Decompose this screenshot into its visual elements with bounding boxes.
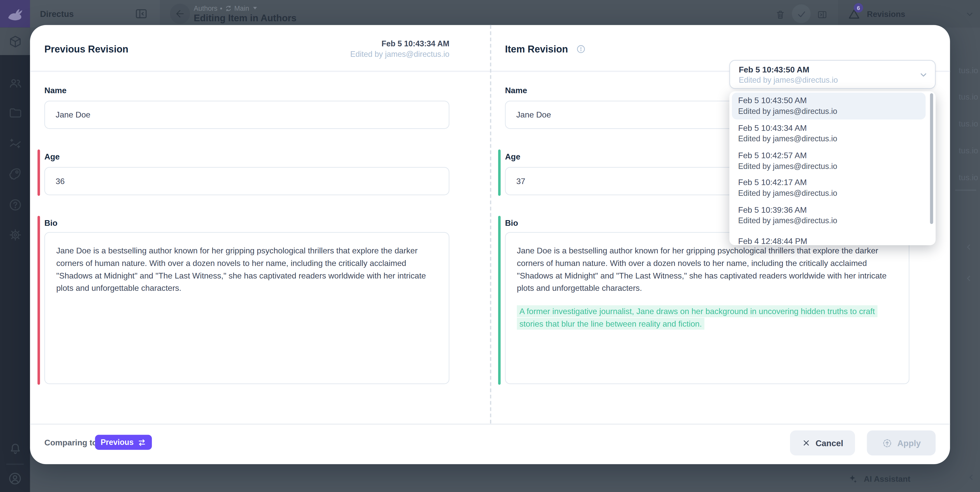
option-author: Edited by james@directus.io — [738, 189, 837, 198]
option-time: Feb 4 12:48:44 PM — [738, 236, 807, 245]
name-input-previous[interactable]: Jane Doe — [45, 101, 450, 129]
previous-revision-title: Previous Revision — [45, 44, 128, 55]
name-value-previous: Jane Doe — [56, 110, 91, 120]
version-caret-icon — [253, 7, 257, 10]
module-settings[interactable] — [0, 221, 30, 249]
previous-revision-meta: Feb 5 10:43:34 AM Edited by james@direct… — [350, 40, 450, 59]
drawer-title: Revisions — [867, 0, 905, 28]
bio-textarea-previous[interactable]: Jane Doe is a bestselling author known f… — [45, 232, 450, 384]
age-input-previous[interactable]: 36 — [45, 167, 450, 195]
directus-logo[interactable] — [0, 0, 30, 28]
age-value-previous: 36 — [56, 176, 65, 186]
module-help[interactable] — [0, 191, 30, 218]
comparing-to-label: Comparing to — [45, 438, 97, 447]
breadcrumb-collection[interactable]: Authors — [194, 4, 218, 12]
module-marketplace[interactable] — [0, 160, 30, 187]
option-author: Edited by james@directus.io — [738, 134, 837, 143]
apply-upload-icon — [882, 438, 892, 449]
back-button[interactable] — [170, 4, 190, 24]
modal-footer-divider — [30, 424, 950, 425]
revision-select[interactable]: Feb 5 10:43:50 AM Edited by james@direct… — [729, 60, 935, 89]
option-time: Feb 5 10:43:50 AM — [738, 96, 807, 105]
changed-indicator-bio-removed — [38, 216, 40, 385]
module-bar — [0, 28, 30, 492]
revision-option[interactable]: Feb 5 10:43:34 AM Edited by james@direct… — [729, 120, 935, 147]
option-time: Feb 5 10:42:57 AM — [738, 150, 807, 160]
previous-revision-time: Feb 5 10:43:34 AM — [350, 40, 450, 48]
module-users[interactable] — [0, 69, 30, 96]
sidebar-section-collapse-icon[interactable] — [964, 274, 973, 283]
bg-revision-email-fragment: tus.io — [959, 92, 978, 101]
revision-option[interactable]: Feb 5 10:42:17 AM Edited by james@direct… — [729, 174, 935, 202]
bio-value-revision: Jane Doe is a bestselling author known f… — [517, 246, 887, 292]
bg-revision-email-fragment: tus.io — [959, 145, 978, 155]
option-author: Edited by james@directus.io — [738, 162, 837, 171]
bio-textarea-revision[interactable]: Jane Doe is a bestselling author known f… — [505, 232, 909, 384]
breadcrumb[interactable]: Authors • Main — [194, 4, 257, 12]
sidebar-section-collapse-icon[interactable] — [964, 243, 973, 251]
revision-option[interactable]: Feb 4 12:48:44 PM Edited by james@direct… — [729, 233, 935, 245]
info-icon[interactable] — [576, 44, 586, 54]
field-label-bio: Bio — [505, 218, 518, 228]
page-title: Editing Item in Authors — [194, 13, 297, 23]
app-title: Directus — [40, 0, 74, 28]
dropdown-scrollbar[interactable] — [930, 93, 933, 224]
name-value-revision: Jane Doe — [516, 110, 551, 120]
collapse-nav-icon[interactable] — [134, 7, 148, 21]
bio-value-previous: Jane Doe is a bestselling author known f… — [56, 246, 426, 292]
toggle-sidebar-button[interactable] — [817, 10, 827, 20]
breadcrumb-separator: • — [220, 4, 222, 12]
panel-dashed-divider — [490, 25, 491, 424]
field-label-bio: Bio — [45, 218, 57, 228]
version-sync-icon — [225, 5, 232, 11]
field-label-name: Name — [505, 86, 527, 95]
revision-select-time: Feb 5 10:43:50 AM — [739, 65, 810, 75]
ai-assistant-label: AI Assistant — [864, 474, 910, 483]
chevron-down-icon — [919, 70, 928, 80]
revision-option[interactable]: Feb 5 10:39:36 AM Edited by james@direct… — [729, 202, 935, 229]
bg-revision-email-fragment: tus.io — [959, 173, 978, 182]
notifications-bell[interactable] — [0, 435, 30, 463]
option-author: Edited by james@directus.io — [738, 107, 837, 116]
revisions-count-badge: 6 — [854, 3, 863, 13]
revision-compare-modal: Previous Revision Feb 5 10:43:34 AM Edit… — [30, 25, 950, 464]
field-label-age: Age — [45, 152, 60, 161]
directus-rabbit-icon — [6, 5, 24, 22]
cancel-button[interactable]: Cancel — [790, 430, 855, 455]
topbar: Directus Authors • Main Editing Item in … — [0, 0, 980, 28]
module-insights[interactable] — [0, 129, 30, 157]
ai-assistant-collapse-icon[interactable] — [967, 473, 976, 482]
ai-assistant-row[interactable]: AI Assistant — [848, 468, 980, 489]
option-time: Feb 5 10:42:17 AM — [738, 178, 807, 187]
bg-revision-email-fragment: tus.io — [959, 66, 978, 75]
cancel-label: Cancel — [816, 438, 843, 448]
breadcrumb-version[interactable]: Main — [234, 4, 249, 12]
field-label-age: Age — [505, 152, 520, 161]
changed-indicator-bio-added — [498, 216, 501, 385]
revision-option-selected[interactable]: Feb 5 10:43:50 AM Edited by james@direct… — [729, 93, 935, 120]
bg-sidebar-divider — [955, 190, 976, 191]
swap-arrows-icon — [137, 438, 146, 446]
compare-target-button[interactable]: Previous — [95, 435, 152, 450]
compare-target-label: Previous — [100, 438, 134, 447]
apply-button[interactable]: Apply — [867, 430, 936, 455]
drawer-collapse-icon[interactable] — [965, 10, 974, 19]
module-content[interactable] — [0, 28, 30, 55]
changed-indicator-age-removed — [38, 150, 40, 196]
revision-dropdown-menu: Feb 5 10:43:50 AM Edited by james@direct… — [729, 91, 935, 245]
bio-added-text: A former investigative journalist, Jane … — [517, 305, 892, 331]
ai-sparkle-icon — [848, 473, 858, 484]
revision-option[interactable]: Feb 5 10:42:57 AM Edited by james@direct… — [729, 147, 935, 174]
user-avatar[interactable] — [0, 465, 30, 492]
age-value-revision: 37 — [516, 176, 525, 186]
module-files[interactable] — [0, 99, 30, 126]
delete-item-button[interactable] — [775, 10, 786, 20]
option-author: Edited by james@directus.io — [738, 216, 837, 225]
item-revision-title: Item Revision — [505, 44, 568, 55]
apply-label: Apply — [897, 438, 921, 448]
field-label-name: Name — [45, 86, 67, 95]
bg-revision-email-fragment: tus.io — [959, 119, 978, 128]
previous-revision-author: Edited by james@directus.io — [350, 50, 450, 59]
app-root: Directus Authors • Main Editing Item in … — [0, 0, 980, 492]
save-item-button[interactable] — [792, 4, 810, 23]
